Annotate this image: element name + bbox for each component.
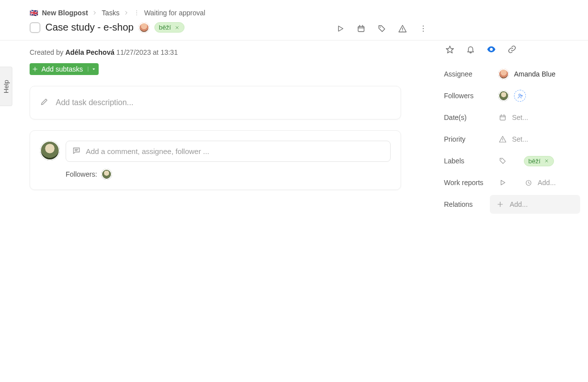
labels-label: Labels bbox=[444, 157, 498, 165]
dates-value: Set... bbox=[512, 114, 528, 121]
svg-marker-5 bbox=[338, 26, 343, 31]
svg-point-23 bbox=[518, 94, 520, 96]
comment-placeholder: Add a comment, assignee, follower ... bbox=[86, 147, 209, 155]
plus-icon bbox=[496, 200, 505, 209]
add-follower-button[interactable] bbox=[514, 90, 526, 102]
more-vertical-icon[interactable] bbox=[133, 9, 140, 16]
prop-relations[interactable]: Relations Add... bbox=[444, 193, 580, 215]
link-icon[interactable] bbox=[507, 44, 517, 54]
breadcrumb-status: Waiting for approval bbox=[144, 9, 205, 17]
prop-assignee[interactable]: Assignee Amanda Blue bbox=[444, 63, 580, 85]
warning-icon[interactable] bbox=[398, 24, 407, 34]
svg-point-2 bbox=[136, 14, 137, 15]
right-panel: Assignee Amanda Blue Followers Date(s) S… bbox=[429, 36, 588, 215]
tag-icon[interactable] bbox=[377, 24, 387, 34]
dates-label: Date(s) bbox=[444, 114, 498, 121]
svg-point-12 bbox=[402, 30, 403, 31]
svg-point-0 bbox=[136, 10, 137, 11]
work-reports-label: Work reports bbox=[444, 179, 498, 187]
add-subtasks-button[interactable]: Add subtasks bbox=[30, 63, 99, 75]
svg-point-10 bbox=[380, 27, 381, 28]
assignee-avatar-inline[interactable] bbox=[139, 22, 149, 33]
prop-work-reports[interactable]: Work reports Add... bbox=[444, 172, 580, 193]
description-placeholder: Add task description... bbox=[56, 98, 133, 107]
svg-marker-21 bbox=[446, 46, 454, 53]
calendar-icon[interactable] bbox=[356, 24, 366, 34]
followers-inline: Followers: bbox=[66, 169, 391, 180]
svg-rect-6 bbox=[358, 26, 364, 32]
followers-inline-label: Followers: bbox=[66, 170, 97, 178]
description-card: Add task description... bbox=[30, 86, 401, 119]
plus-icon bbox=[30, 66, 40, 73]
pencil-icon bbox=[40, 97, 49, 108]
play-icon bbox=[498, 178, 507, 187]
relations-label: Relations bbox=[444, 200, 496, 208]
current-user-avatar[interactable] bbox=[40, 141, 60, 160]
created-timestamp: 11/27/2023 at 13:31 bbox=[114, 48, 178, 56]
created-prefix: Created by bbox=[30, 48, 65, 56]
right-head-actions bbox=[445, 44, 580, 54]
add-subtasks-dropdown[interactable] bbox=[88, 67, 99, 72]
label-pill-text: běží bbox=[528, 157, 541, 165]
svg-point-32 bbox=[501, 159, 502, 160]
assignee-avatar[interactable] bbox=[498, 69, 509, 79]
svg-marker-18 bbox=[92, 69, 95, 70]
comment-icon bbox=[72, 146, 81, 156]
star-icon[interactable] bbox=[445, 44, 455, 54]
play-icon[interactable] bbox=[335, 24, 345, 34]
prop-priority[interactable]: Priority Set... bbox=[444, 128, 580, 150]
eye-icon[interactable] bbox=[486, 44, 496, 54]
breadcrumb-tasks[interactable]: Tasks bbox=[102, 9, 119, 17]
follower-avatar[interactable] bbox=[101, 169, 112, 180]
prop-dates[interactable]: Date(s) Set... bbox=[444, 107, 580, 128]
priority-label: Priority bbox=[444, 135, 498, 143]
svg-point-13 bbox=[423, 25, 424, 26]
label-text: běží bbox=[159, 24, 171, 31]
bell-icon[interactable] bbox=[466, 44, 476, 54]
work-reports-value: Add... bbox=[538, 179, 556, 187]
created-author[interactable]: Adéla Pechová bbox=[65, 48, 114, 56]
breadcrumb-project[interactable]: New Blogpost bbox=[42, 9, 88, 17]
warning-icon bbox=[498, 135, 507, 144]
flag-icon: 🇬🇧 bbox=[30, 9, 38, 17]
label-remove-icon[interactable] bbox=[544, 158, 550, 164]
svg-point-31 bbox=[502, 141, 503, 141]
svg-point-15 bbox=[423, 31, 424, 32]
comment-card: Add a comment, assignee, follower ... Fo… bbox=[30, 130, 401, 190]
svg-marker-35 bbox=[501, 180, 505, 185]
prop-followers[interactable]: Followers bbox=[444, 85, 580, 107]
svg-point-1 bbox=[136, 12, 137, 13]
breadcrumb: 🇬🇧 New Blogpost Tasks Waiting for approv… bbox=[0, 0, 588, 17]
tag-icon bbox=[498, 156, 507, 165]
prop-labels[interactable]: Labels běží bbox=[444, 150, 580, 172]
clock-icon bbox=[524, 178, 533, 187]
help-tab[interactable]: Help bbox=[0, 67, 12, 106]
svg-point-22 bbox=[490, 48, 493, 51]
created-meta: Created by Adéla Pechová 11/27/2023 at 1… bbox=[30, 48, 429, 56]
assignee-label: Assignee bbox=[444, 70, 498, 78]
chevron-right-icon bbox=[123, 10, 129, 16]
task-title[interactable]: Case study - e-shop bbox=[45, 22, 134, 33]
label-pill-panel[interactable]: běží bbox=[524, 156, 554, 166]
followers-label: Followers bbox=[444, 92, 498, 100]
more-vertical-icon[interactable] bbox=[418, 24, 428, 34]
label-pill[interactable]: běží bbox=[154, 22, 184, 33]
help-label: Help bbox=[2, 80, 10, 93]
relations-value: Add... bbox=[510, 200, 528, 208]
description-input[interactable]: Add task description... bbox=[40, 97, 391, 108]
comment-input[interactable]: Add a comment, assignee, follower ... bbox=[66, 141, 391, 162]
label-remove-icon[interactable] bbox=[174, 25, 180, 31]
svg-point-14 bbox=[423, 28, 424, 29]
chevron-right-icon bbox=[92, 10, 98, 16]
follower-avatar-panel[interactable] bbox=[498, 90, 509, 101]
priority-value: Set... bbox=[512, 135, 528, 143]
title-actions bbox=[335, 24, 428, 34]
add-subtasks-label: Add subtasks bbox=[40, 65, 88, 73]
assignee-name: Amanda Blue bbox=[514, 70, 555, 78]
task-checkbox[interactable] bbox=[30, 22, 40, 33]
svg-rect-26 bbox=[500, 115, 506, 120]
calendar-icon bbox=[498, 113, 507, 122]
